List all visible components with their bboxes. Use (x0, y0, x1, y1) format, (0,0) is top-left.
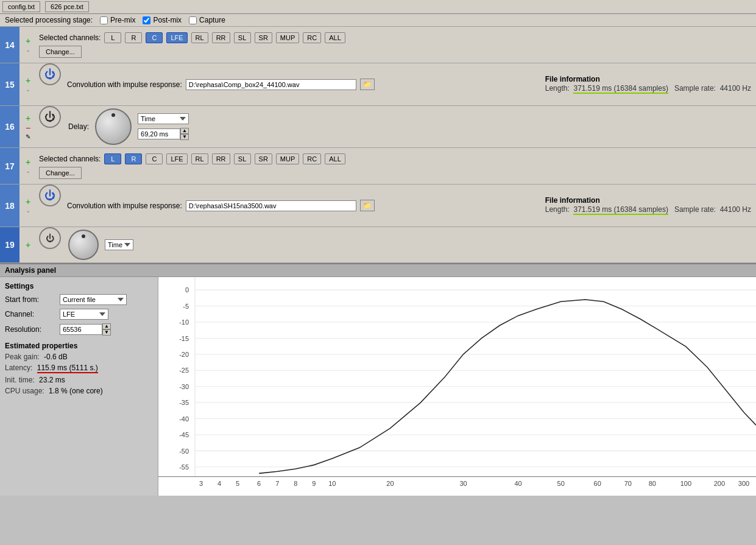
svg-text:10: 10 (328, 480, 336, 487)
add-btn-17[interactable]: + (26, 158, 30, 166)
row-19: 19 + ⏻ Time (0, 227, 756, 263)
analysis-body: Settings Start from: Current file Channe… (0, 277, 756, 496)
power-btn-15[interactable]: ⏻ (39, 63, 61, 85)
ch-SL-17[interactable]: SL (234, 153, 251, 164)
row-controls-15: + ⌄ (19, 63, 37, 105)
add-btn-14[interactable]: + (26, 37, 30, 45)
svg-text:100: 100 (680, 480, 691, 487)
delay-knob-19[interactable] (68, 230, 99, 260)
delay-knob-16[interactable] (95, 108, 132, 145)
svg-text:-50: -50 (179, 447, 189, 454)
expand-icon-17[interactable]: ⌄ (26, 167, 30, 174)
ch-C-14[interactable]: C (146, 32, 163, 43)
minus-btn-16[interactable]: − (26, 124, 30, 132)
add-btn-16[interactable]: + (26, 114, 30, 122)
svg-text:30: 30 (459, 480, 467, 487)
add-btn-19[interactable]: + (26, 241, 30, 249)
ch-C-17[interactable]: C (146, 153, 163, 164)
change-btn-14[interactable]: Change... (39, 46, 82, 58)
spinner-down-16[interactable]: ▼ (180, 134, 189, 140)
svg-text:4: 4 (217, 480, 221, 487)
svg-text:20: 20 (386, 480, 394, 487)
processing-stage-header: Selected processing stage: Pre-mix Post-… (0, 14, 756, 27)
resolution-down[interactable]: ▼ (102, 329, 111, 336)
delay-mode-19[interactable]: Time (105, 239, 133, 250)
edit-icon-16[interactable]: ✎ (26, 133, 30, 140)
ch-SL-14[interactable]: SL (234, 32, 251, 43)
premix-label[interactable]: Pre-mix (100, 16, 135, 24)
settings-title: Settings (5, 282, 153, 290)
power-icon-15: ⏻ (44, 68, 55, 81)
add-btn-15[interactable]: + (26, 76, 30, 85)
ch-RL-14[interactable]: RL (191, 32, 208, 43)
svg-text:40: 40 (514, 480, 521, 487)
ch-ALL-17[interactable]: ALL (325, 153, 345, 164)
capture-label[interactable]: Capture (189, 16, 225, 24)
row-controls-19: + (19, 227, 37, 262)
tab-config[interactable]: config.txt (2, 1, 40, 12)
svg-text:-55: -55 (179, 463, 189, 471)
conv-file-15[interactable] (186, 79, 356, 90)
row-num-17: 17 (0, 148, 19, 184)
rate-value-15: 44100 Hz (720, 84, 751, 93)
spinner-up-16[interactable]: ▲ (180, 128, 189, 134)
ch-R-14[interactable]: R (125, 32, 142, 43)
length-label-15: Length: (545, 84, 570, 93)
ch-RC-14[interactable]: RC (303, 32, 321, 43)
row-18: 18 + ⌄ ⏻ Convolution with impulse respon… (0, 185, 756, 227)
row-num-18: 18 (0, 185, 19, 227)
expand-icon-15[interactable]: ⌄ (26, 86, 30, 93)
ch-RL-17[interactable]: RL (191, 153, 208, 164)
ch-RR-17[interactable]: RR (212, 153, 230, 164)
ch-RC-17[interactable]: RC (303, 153, 321, 164)
ch-MUP-17[interactable]: MUP (276, 153, 299, 164)
conv-file-18[interactable] (186, 200, 356, 211)
power-btn-16[interactable]: ⏻ (39, 106, 61, 128)
file-info-18: File information Length: 371.519 ms (163… (540, 185, 756, 227)
peak-gain-row: Peak gain: -0.6 dB (5, 353, 153, 361)
ch-SR-14[interactable]: SR (255, 32, 272, 43)
power-btn-18[interactable]: ⏻ (39, 185, 61, 206)
change-btn-17[interactable]: Change... (39, 167, 82, 179)
svg-text:-40: -40 (179, 415, 189, 422)
postmix-label[interactable]: Post-mix (143, 16, 182, 24)
channels-label-14: Selected channels: (39, 33, 101, 42)
knob-dot-16 (111, 113, 115, 117)
tab-626[interactable]: 626 pce.txt (45, 1, 89, 12)
resolution-input[interactable] (60, 324, 102, 335)
capture-checkbox[interactable] (189, 16, 197, 24)
start-from-select[interactable]: Current file (60, 294, 127, 305)
channels-content-17: Selected channels: L R C LFE RL RR SL SR… (39, 153, 754, 179)
ch-LFE-14[interactable]: LFE (166, 32, 187, 43)
expand-icon-18[interactable]: ⌄ (26, 207, 30, 214)
ch-MUP-14[interactable]: MUP (276, 32, 299, 43)
ch-L-17[interactable]: L (104, 153, 121, 164)
conv-browse-15[interactable]: 📁 (360, 79, 375, 90)
postmix-checkbox[interactable] (143, 16, 150, 24)
conv-browse-18[interactable]: 📁 (360, 200, 375, 211)
ch-RR-14[interactable]: RR (212, 32, 230, 43)
ch-LFE-17[interactable]: LFE (166, 153, 187, 164)
delay-mode-16[interactable]: Time (138, 113, 189, 124)
svg-text:8: 8 (294, 480, 297, 487)
ch-SR-17[interactable]: SR (255, 153, 272, 164)
delay-label-16: Delay: (68, 122, 89, 131)
delay-controls-16: Time ▲ ▼ (138, 113, 189, 140)
row-num-16: 16 (0, 106, 19, 147)
svg-text:-5: -5 (183, 303, 189, 310)
power-btn-19[interactable]: ⏻ (39, 227, 61, 249)
convolution-main-18: Convolution with impulse response: 📁 (67, 200, 537, 211)
channel-row-14: Selected channels: L R C LFE RL RR SL SR… (39, 32, 754, 43)
row-17: 17 + ⌄ Selected channels: L R C LFE RL R… (0, 148, 756, 185)
premix-checkbox[interactable] (100, 16, 108, 24)
resolution-up[interactable]: ▲ (102, 323, 111, 329)
ch-R-17[interactable]: R (125, 153, 142, 164)
svg-text:-45: -45 (179, 431, 189, 438)
row-num-19: 19 (0, 227, 19, 262)
delay-value-16[interactable] (138, 128, 180, 139)
add-btn-18[interactable]: + (26, 197, 30, 206)
expand-icon-14[interactable]: ⌄ (26, 46, 30, 53)
channel-select[interactable]: LFE (60, 309, 108, 320)
ch-L-14[interactable]: L (104, 32, 121, 43)
ch-ALL-14[interactable]: ALL (325, 32, 345, 43)
